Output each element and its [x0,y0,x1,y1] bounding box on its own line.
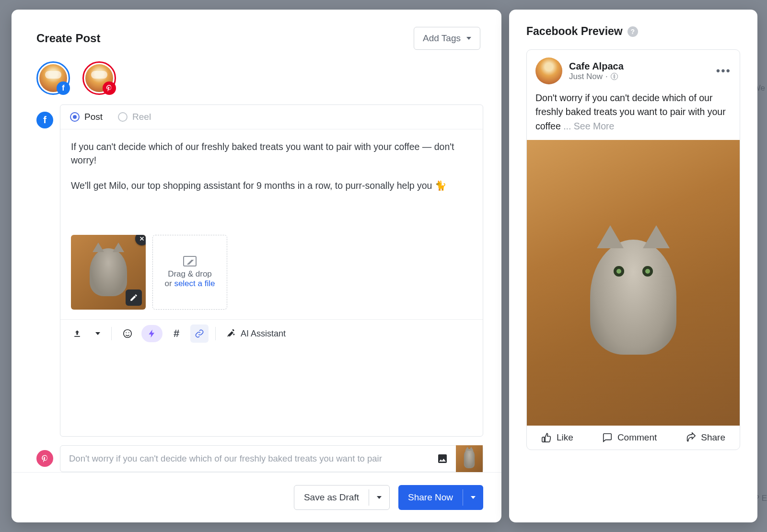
svg-point-2 [128,332,129,333]
caption-line: We'll get Milo, our top shopping assista… [71,179,472,192]
chevron-down-icon [466,37,471,40]
hashtag-button[interactable]: # [167,324,186,343]
draft-options-button[interactable] [369,489,389,506]
pinterest-summary-text: Don't worry if you can't decide which of… [69,453,429,464]
help-icon[interactable]: ? [628,26,638,37]
edit-image-button[interactable] [126,289,142,306]
create-post-title: Create Post [36,32,100,45]
ai-assistant-button[interactable]: AI Assistant [222,329,290,339]
pinterest-image-icon [429,445,456,472]
post-type-label: Post [84,112,103,122]
remove-image-button[interactable] [135,235,146,245]
image-icon [183,256,197,266]
radio-checked-icon [70,112,80,122]
share-button[interactable]: Share [686,432,725,443]
see-more-link[interactable]: ... See More [563,121,614,131]
facebook-preview-panel: Facebook Preview ? Cafe Alpaca Just Now … [509,10,757,522]
select-file-link[interactable]: select a file [174,279,215,288]
like-label: Like [557,432,573,443]
pinterest-composer-collapsed[interactable]: Don't worry if you can't decide which of… [60,445,483,472]
composer-toolbar: # AI Assistant [60,319,483,347]
save-as-draft-label: Save as Draft [294,486,369,509]
svg-point-0 [124,330,132,338]
preview-image [527,140,740,426]
save-as-draft-button[interactable]: Save as Draft [294,485,390,510]
page-name: Cafe Alpaca [569,61,709,72]
comment-label: Comment [617,432,657,443]
pinterest-icon [36,450,53,467]
post-type-label: Reel [132,112,151,122]
share-options-button[interactable] [463,489,483,506]
separator [111,327,112,340]
create-post-panel: Create Post Add Tags f f [12,10,501,522]
upload-button[interactable] [68,324,86,343]
share-now-button[interactable]: Share Now [398,485,483,510]
like-button[interactable]: Like [541,432,573,443]
post-type-reel[interactable]: Reel [118,112,151,122]
facebook-composer: Post Reel If you can't decide which of o… [60,104,483,437]
upload-options-button[interactable] [91,324,105,343]
share-label: Share [701,432,725,443]
add-tags-button[interactable]: Add Tags [414,27,480,50]
preview-title: Facebook Preview [526,25,623,38]
separator [215,327,216,340]
comment-button[interactable]: Comment [602,432,657,443]
attached-image-thumbnail[interactable] [71,235,146,310]
globe-icon [611,73,618,80]
caption-line: If you can't decide which of our freshly… [71,140,472,167]
more-options-button[interactable]: ••• [716,64,731,78]
add-tags-label: Add Tags [423,33,461,44]
facebook-card: Cafe Alpaca Just Now · ••• Don't worry i… [526,49,740,450]
channel-pinterest[interactable] [82,61,116,95]
media-dropzone[interactable]: Drag & drop or select a file [152,235,227,310]
ai-assistant-label: AI Assistant [241,329,286,339]
facebook-icon: f [57,81,70,95]
pinterest-icon [103,81,116,95]
avatar [535,58,562,84]
shorten-link-button[interactable] [190,324,209,343]
facebook-icon: f [36,112,53,128]
boost-button[interactable] [141,325,163,342]
channel-facebook[interactable]: f [36,61,70,95]
radio-unchecked-icon [118,112,128,122]
dot-separator: · [605,72,608,81]
caption-textarea[interactable]: If you can't decide which of our freshly… [60,129,483,235]
timestamp: Just Now [569,72,603,81]
dropzone-text: or [165,279,174,288]
dropzone-text: Drag & drop [168,269,212,278]
pinterest-thumbnail [456,445,483,472]
share-now-label: Share Now [398,486,463,509]
emoji-button[interactable] [118,324,137,343]
cat-image [90,248,127,296]
post-type-post[interactable]: Post [70,112,103,122]
cat-image [590,240,676,355]
channel-selector: f [12,55,501,100]
svg-point-1 [126,332,127,333]
